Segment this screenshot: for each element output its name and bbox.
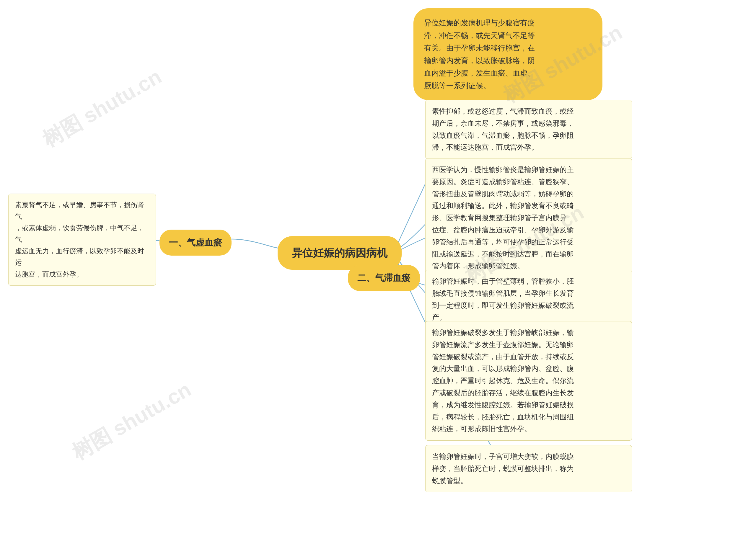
node-r2: 素性抑郁，或忿怒过度，气滞而致血瘀，或经期产后，余血未尽，不禁房事，或感染邪毒，… <box>425 100 632 159</box>
node-r5-text: 输卵管妊娠破裂多发生于输卵管峡部妊娠，输卵管妊娠流产多发生于壶腹部妊娠。无论输卵… <box>432 329 574 433</box>
node-r4-text: 输卵管妊娠时，由于管壁薄弱，管腔狭小，胚胎绒毛直接侵蚀输卵管肌层，当孕卵生长发育… <box>432 277 574 321</box>
center-label: 异位妊娠的病因病机 <box>292 247 387 259</box>
node-left-content: 素禀肾气不足，或早婚、房事不节，损伤肾气，或素体虚弱，饮食劳倦伤脾，中气不足，气… <box>8 194 156 286</box>
node-r1-text: 异位妊娠的发病机理与少腹宿有瘀滞，冲任不畅，或先天肾气不足等有关。由于孕卵未能移… <box>424 19 535 90</box>
node-r3: 西医学认为，慢性输卵管炎是输卵管妊娠的主要原因。炎症可造成输卵管粘连、管腔狭窄、… <box>425 158 632 278</box>
node-r2-text: 素性抑郁，或忿怒过度，气滞而致血瘀，或经期产后，余血未尽，不禁房事，或感染邪毒，… <box>432 107 574 151</box>
node-qi-xu: 一、气虚血瘀 <box>159 230 232 255</box>
node-r6-text: 当输卵管妊娠时，子宫可增大变软，内膜蜕膜样变，当胚胎死亡时，蜕膜可整块排出，称为… <box>432 452 574 485</box>
node-qi-zhi-label: 二、气滞血瘀 <box>357 273 410 283</box>
node-r5: 输卵管妊娠破裂多发生于输卵管峡部妊娠，输卵管妊娠流产多发生于壶腹部妊娠。无论输卵… <box>425 321 632 441</box>
center-node: 异位妊娠的病因病机 <box>278 236 402 270</box>
watermark-3: 树图 shutu.cn <box>67 376 196 467</box>
node-qi-zhi: 二、气滞血瘀 <box>348 265 420 291</box>
node-r4: 输卵管妊娠时，由于管壁薄弱，管腔狭小，胚胎绒毛直接侵蚀输卵管肌层，当孕卵生长发育… <box>425 270 632 329</box>
left-content-text: 素禀肾气不足，或早婚、房事不节，损伤肾气，或素体虚弱，饮食劳倦伤脾，中气不足，气… <box>15 201 144 278</box>
node-r6: 当输卵管妊娠时，子宫可增大变软，内膜蜕膜样变，当胚胎死亡时，蜕膜可整块排出，称为… <box>425 445 632 492</box>
node-r1: 异位妊娠的发病机理与少腹宿有瘀滞，冲任不畅，或先天肾气不足等有关。由于孕卵未能移… <box>413 8 602 100</box>
watermark-1: 树图 shutu.cn <box>38 63 167 154</box>
node-r3-text: 西医学认为，慢性输卵管炎是输卵管妊娠的主要原因。炎症可造成输卵管粘连、管腔狭窄、… <box>432 165 574 270</box>
node-qi-xu-label: 一、气虚血瘀 <box>169 238 222 247</box>
